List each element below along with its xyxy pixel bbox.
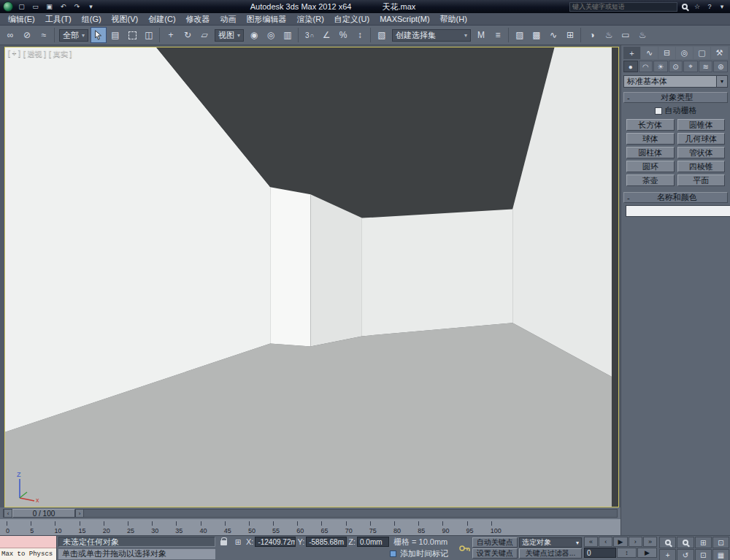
category-helpers-icon[interactable]: ⌖	[683, 61, 698, 72]
go-to-start-button[interactable]: «	[584, 537, 598, 547]
tab-display[interactable]: ▢	[694, 47, 710, 59]
primitive-button[interactable]: 圆环	[626, 161, 675, 172]
menu-item[interactable]: 工具(T)	[40, 13, 77, 26]
window-crossing-toggle[interactable]: ◫	[141, 27, 157, 43]
key-filters-button[interactable]: 关键点过滤器...	[519, 548, 582, 559]
select-and-manipulate-button[interactable]: ◎	[263, 27, 279, 43]
mirror-button[interactable]: M	[473, 27, 489, 43]
render-production-button[interactable]: ♨	[634, 27, 650, 43]
select-and-scale-button[interactable]: ▱	[196, 27, 212, 43]
macro-recorder-line[interactable]	[0, 536, 56, 548]
category-lights-icon[interactable]: ☀	[653, 61, 668, 72]
selection-lock-toggle[interactable]	[217, 537, 230, 548]
new-file-icon[interactable]: ▢	[16, 1, 27, 12]
maximize-viewport-toggle-icon[interactable]: ▦	[712, 549, 729, 560]
schematic-view-button[interactable]: ⊞	[562, 27, 578, 43]
rendered-frame-window-button[interactable]: ▭	[618, 27, 634, 43]
menu-item[interactable]: 图形编辑器	[242, 13, 292, 26]
help-dropdown-icon[interactable]: ▾	[717, 2, 727, 12]
spinner-snap-toggle-button[interactable]: ↕	[352, 27, 368, 43]
previous-frame-arrow[interactable]: ‹	[4, 509, 12, 518]
menu-item[interactable]: 编辑(E)	[3, 13, 40, 26]
object-name-input[interactable]	[626, 205, 730, 217]
object-type-rollout-header[interactable]: - 对象类型	[623, 92, 728, 103]
keyboard-shortcut-override-toggle[interactable]: ▥	[280, 27, 296, 43]
menu-item[interactable]: MAXScript(M)	[374, 14, 434, 24]
app-logo-icon[interactable]	[3, 1, 13, 12]
time-slider-handle[interactable]: 0 / 100	[12, 509, 75, 518]
tab-utilities[interactable]: ⚒	[711, 47, 728, 59]
menu-item[interactable]: 修改器	[181, 13, 215, 26]
primitive-button[interactable]: 长方体	[626, 119, 675, 131]
menu-item[interactable]: 渲染(R)	[292, 13, 329, 26]
save-file-icon[interactable]: ▣	[44, 1, 55, 12]
category-geometry-icon[interactable]: ●	[623, 61, 638, 72]
quick-access-dropdown-icon[interactable]: ▾	[85, 1, 96, 12]
key-mode-toggle[interactable]: ▶	[637, 548, 657, 558]
current-frame-field[interactable]: 0	[584, 548, 616, 558]
primitive-category-dropdown[interactable]: 标准基本体 ▾	[623, 75, 728, 88]
next-frame-button[interactable]: ›	[629, 537, 642, 547]
category-shapes-icon[interactable]: ◠	[639, 61, 653, 72]
use-pivot-point-center-button[interactable]: ◉	[246, 27, 262, 43]
menu-item[interactable]: 动画	[215, 13, 242, 26]
snap-toggle-3d-button[interactable]: 3∩	[301, 27, 318, 43]
primitive-button[interactable]: 圆锥体	[677, 119, 726, 131]
select-and-link-icon[interactable]: ∞	[2, 27, 18, 43]
primitive-button[interactable]: 平面	[677, 174, 726, 186]
material-editor-button[interactable]: ◑	[584, 27, 600, 43]
reference-coordinate-system-dropdown[interactable]: 视图▾	[215, 29, 244, 42]
rectangular-selection-region-button[interactable]	[124, 27, 140, 43]
auto-key-button[interactable]: 自动关键点	[472, 537, 518, 548]
zoom-region-icon[interactable]: ⊡	[712, 537, 729, 548]
frame-spinner-up[interactable]: ↕	[617, 548, 637, 558]
zoom-all-icon[interactable]	[677, 537, 694, 548]
open-file-icon[interactable]: ▭	[30, 1, 41, 12]
zoom-icon[interactable]	[659, 537, 676, 548]
track-bar[interactable]: 0510152025303540455055606570758085909510…	[0, 519, 620, 535]
x-coordinate[interactable]: X:-12409.72m	[246, 537, 296, 547]
category-systems-icon[interactable]: ⊛	[713, 61, 728, 72]
viewport-general-menu[interactable]: [ + ]	[8, 49, 20, 59]
primitive-button[interactable]: 几何球体	[677, 133, 726, 145]
viewport-shading-menu[interactable]: [ 真实 ]	[49, 49, 72, 59]
tab-hierarchy[interactable]: ⊟	[658, 47, 675, 59]
menu-item[interactable]: 组(G)	[77, 13, 107, 26]
bind-to-space-warp-icon[interactable]: ≈	[36, 27, 52, 43]
pan-icon[interactable]: +	[659, 549, 676, 560]
selection-filter-dropdown[interactable]: 全部▾	[59, 29, 88, 42]
play-button[interactable]: ▶	[613, 537, 627, 547]
selected-filter-dropdown[interactable]: 选定对象▾	[519, 537, 582, 548]
undo-icon[interactable]: ↶	[58, 1, 69, 12]
menu-item[interactable]: 帮助(H)	[435, 13, 472, 26]
y-coordinate[interactable]: Y:-5885.68m	[297, 537, 347, 547]
edit-named-selection-sets-button[interactable]: ▧	[374, 27, 390, 43]
primitive-button[interactable]: 四棱锥	[677, 161, 726, 172]
dropdown-arrow-icon[interactable]: ▾	[716, 76, 727, 87]
manage-layers-button[interactable]: ▨	[512, 27, 528, 43]
zoom-extents-icon[interactable]: ⊞	[695, 537, 712, 548]
select-by-name-button[interactable]: ▤	[107, 27, 123, 43]
perspective-viewport[interactable]: [ + ] [ 透视 ] [ 真实 ] Z x	[4, 47, 619, 507]
graphite-modeling-tools-toggle[interactable]: ▩	[529, 27, 545, 43]
absolute-offset-mode-toggle[interactable]: ⊞	[231, 537, 245, 548]
back-wall-face[interactable]	[362, 209, 512, 336]
name-color-rollout-header[interactable]: - 名称和颜色	[623, 192, 728, 203]
column-side-face[interactable]	[310, 194, 361, 346]
favorites-star-icon[interactable]: ☆	[692, 2, 702, 12]
viewport-label[interactable]: [ + ] [ 透视 ] [ 真实 ]	[8, 49, 72, 59]
select-object-button[interactable]	[91, 27, 107, 43]
render-setup-button[interactable]: ♨	[601, 27, 617, 43]
z-coordinate[interactable]: Z:0.0mm	[348, 537, 389, 547]
autogrid-checkbox[interactable]	[655, 107, 662, 115]
next-frame-arrow[interactable]: ›	[75, 509, 84, 518]
tab-motion[interactable]: ◎	[676, 47, 693, 59]
category-cameras-icon[interactable]: ⊙	[669, 61, 683, 72]
percent-snap-toggle-button[interactable]: %	[335, 27, 351, 43]
menu-item[interactable]: 视图(V)	[107, 13, 144, 26]
tab-create[interactable]: +	[623, 47, 640, 59]
primitive-button[interactable]: 茶壶	[626, 174, 675, 186]
add-time-tag-label[interactable]: 添加时间标记	[400, 548, 448, 559]
menu-item[interactable]: 自定义(U)	[329, 13, 374, 26]
named-selection-sets-combo[interactable]: 创建选择集▾	[392, 29, 471, 42]
